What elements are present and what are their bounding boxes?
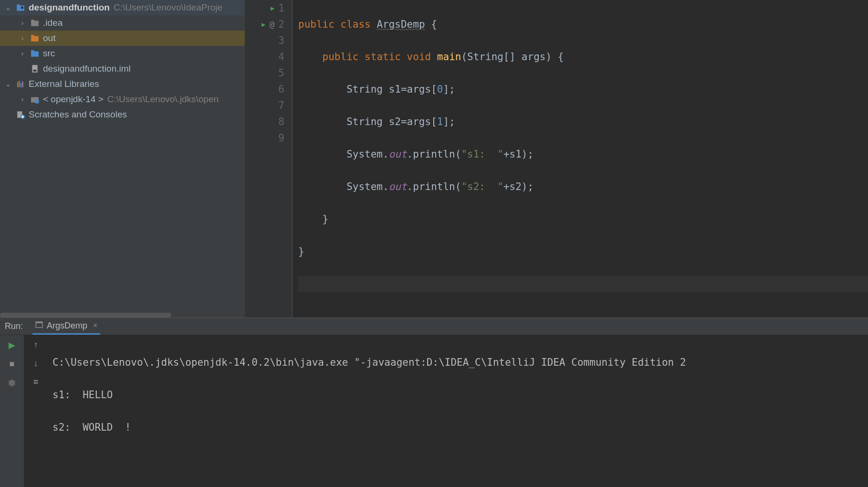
close-icon[interactable]: × (93, 321, 97, 330)
run-gutter-icon[interactable]: ▶ (261, 16, 265, 32)
line-number: 4 (278, 49, 284, 65)
tree-item-label: External Libraries (29, 79, 99, 89)
run-tab-label: ArgsDemp (47, 321, 87, 331)
folder-icon (30, 19, 40, 27)
svg-rect-10 (33, 70, 37, 71)
code-line[interactable]: System.out.println("s1: "+s1); (298, 146, 868, 162)
console-line: s1: HELLO (52, 387, 863, 403)
svg-rect-12 (19, 81, 20, 87)
rerun-button[interactable]: ▶ (9, 340, 15, 350)
svg-rect-5 (31, 36, 39, 42)
svg-rect-22 (36, 322, 42, 323)
svg-rect-7 (31, 52, 39, 57)
project-icon (15, 3, 26, 12)
svg-rect-14 (22, 81, 23, 87)
scroll-down-button[interactable]: ↓ (34, 359, 38, 369)
line-number: 5 (278, 65, 284, 81)
chevron-down-icon[interactable]: ⌄ (4, 4, 12, 11)
soft-wrap-button[interactable]: ≡ (33, 377, 39, 387)
scrollbar-thumb[interactable] (0, 313, 171, 318)
jdk-icon (30, 95, 40, 104)
tree-jdk[interactable]: › < openjdk-14 > C:\Users\Lenovo\.jdks\o… (0, 92, 245, 107)
line-number: 3 (278, 32, 284, 49)
code-line[interactable]: String s2=args[1]; (298, 114, 868, 130)
code-line[interactable]: } (298, 244, 868, 260)
line-number: 6 (278, 81, 284, 97)
tree-external-libs[interactable]: ⌄ External Libraries (0, 76, 245, 92)
tree-item-out[interactable]: › out (0, 31, 245, 46)
tree-jdk-path: C:\Users\Lenovo\.jdks\open (107, 94, 219, 105)
library-icon (15, 80, 26, 88)
svg-rect-3 (31, 21, 39, 26)
tree-item-idea[interactable]: › .idea (0, 15, 245, 31)
line-number: 7 (278, 97, 284, 114)
tree-item-label: designandfunction.iml (43, 64, 131, 74)
line-number: 8 (278, 114, 284, 130)
line-number: 9 (278, 130, 284, 146)
run-label: Run: (5, 321, 23, 331)
console-line: C:\Users\Lenovo\.jdks\openjdk-14.0.2\bin… (52, 354, 863, 371)
console-output[interactable]: C:\Users\Lenovo\.jdks\openjdk-14.0.2\bin… (48, 335, 868, 487)
console-toolbar: ↑ ↓ ≡ (24, 335, 48, 487)
file-icon (30, 64, 40, 73)
svg-rect-13 (21, 83, 21, 87)
tree-item-label: src (43, 48, 55, 59)
scroll-up-button[interactable]: ↑ (34, 340, 38, 350)
code-line[interactable]: public static void main(String[] args) { (298, 49, 868, 65)
code-line[interactable]: String s1=args[0]; (298, 81, 868, 97)
code-line-current[interactable] (298, 276, 868, 292)
svg-rect-11 (17, 82, 18, 87)
run-toolbar: ▶ ■ ⬢ (0, 335, 24, 487)
project-tree[interactable]: ⌄ designandfunction C:\Users\Lenovo\Idea… (0, 0, 245, 318)
stop-button[interactable]: ■ (10, 359, 15, 369)
svg-rect-6 (31, 35, 34, 36)
svg-rect-2 (21, 7, 23, 9)
chevron-right-icon[interactable]: › (18, 95, 27, 103)
svg-rect-20 (21, 116, 24, 117)
run-tab[interactable]: ArgsDemp × (32, 318, 100, 335)
debug-button[interactable]: ⬢ (8, 378, 16, 388)
code-line[interactable]: public class ArgsDemp { (298, 16, 868, 32)
tree-jdk-label: < openjdk-14 > (43, 94, 104, 105)
tree-item-label: Scratches and Consoles (29, 109, 127, 120)
horizontal-scrollbar[interactable] (0, 313, 245, 318)
line-number: 1 (278, 0, 284, 16)
application-icon (35, 321, 43, 331)
chevron-down-icon[interactable]: ⌄ (4, 80, 12, 88)
tree-root-name: designandfunction (29, 2, 110, 13)
tree-item-label: .idea (43, 18, 63, 28)
code-line[interactable]: } (298, 211, 868, 227)
code-editor[interactable]: ▶1 ▶@2 3 4 5 6 7 8 9 public class ArgsDe… (245, 0, 868, 318)
tree-scratches[interactable]: › Scratches and Consoles (0, 107, 245, 122)
run-gutter-icon[interactable]: ▶ (271, 0, 274, 16)
tree-item-src[interactable]: › src (0, 46, 245, 61)
svg-rect-1 (17, 4, 20, 6)
svg-rect-4 (31, 20, 34, 21)
run-tool-window: Run: ArgsDemp × ▶ ■ ⬢ ↑ ↓ ≡ C:\Users\Len… (0, 318, 868, 487)
chevron-right-icon[interactable]: › (18, 19, 27, 27)
tree-root[interactable]: ⌄ designandfunction C:\Users\Lenovo\Idea… (0, 0, 245, 15)
console-line: s2: WORLD ! (52, 419, 863, 435)
folder-icon (30, 34, 40, 42)
line-number: 2 (278, 16, 284, 32)
tree-root-path: C:\Users\Lenovo\IdeaProje (114, 2, 222, 13)
scratch-icon (15, 110, 26, 119)
folder-icon (30, 49, 40, 58)
svg-point-16 (35, 99, 39, 104)
tree-item-label: out (43, 33, 55, 43)
svg-rect-8 (31, 50, 34, 52)
override-icon[interactable]: @ (270, 16, 275, 32)
tree-item-iml[interactable]: designandfunction.iml (0, 61, 245, 76)
chevron-right-icon[interactable]: › (18, 34, 27, 42)
code-line[interactable]: System.out.println("s2: "+s2); (298, 179, 868, 195)
chevron-right-icon[interactable]: › (18, 50, 27, 57)
gutter[interactable]: ▶1 ▶@2 3 4 5 6 7 8 9 (245, 0, 293, 318)
code-area[interactable]: public class ArgsDemp { public static vo… (293, 0, 868, 318)
